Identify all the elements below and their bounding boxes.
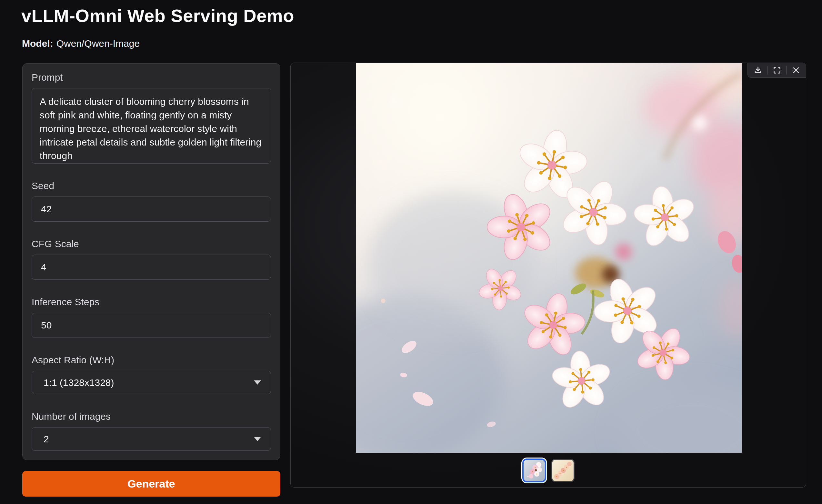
generated-image[interactable]: [356, 63, 742, 453]
image-toolbar: [748, 63, 806, 78]
prompt-input[interactable]: A delicate cluster of blooming cherry bl…: [32, 88, 271, 163]
aspect-ratio-field: Aspect Ratio (W:H) 1:1 (1328x1328): [32, 355, 271, 394]
seed-label: Seed: [32, 180, 271, 191]
inference-steps-field: Inference Steps: [32, 297, 271, 338]
thumbnail-result-2[interactable]: [551, 459, 574, 482]
aspect-ratio-value: 1:1 (1328x1328): [44, 377, 114, 388]
page-title: vLLM-Omni Web Serving Demo: [21, 5, 294, 26]
model-value: Qwen/Qwen-Image: [56, 38, 140, 49]
prompt-label: Prompt: [32, 72, 271, 83]
aspect-ratio-label: Aspect Ratio (W:H): [32, 355, 271, 366]
cfg-scale-field: CFG Scale: [32, 238, 271, 280]
download-icon: [754, 66, 762, 74]
num-images-select[interactable]: 2: [32, 427, 271, 451]
app-window: vLLM-Omni Web Serving Demo Model:Qwen/Qw…: [0, 0, 822, 504]
num-images-value: 2: [44, 434, 49, 445]
num-images-field: Number of images 2: [32, 411, 271, 451]
seed-input[interactable]: [32, 196, 271, 222]
chevron-down-icon: [254, 381, 261, 385]
cfg-scale-input[interactable]: [32, 255, 271, 280]
model-label: Model:: [22, 38, 53, 49]
chevron-down-icon: [254, 437, 261, 441]
image-viewer-panel: [290, 63, 806, 488]
fullscreen-button[interactable]: [769, 63, 784, 77]
fullscreen-icon: [773, 66, 781, 74]
seed-field: Seed: [32, 180, 271, 222]
close-button[interactable]: [788, 63, 803, 77]
inference-steps-label: Inference Steps: [32, 297, 271, 308]
inference-steps-input[interactable]: [32, 313, 271, 338]
generation-form-panel: Prompt A delicate cluster of blooming ch…: [22, 63, 280, 460]
toolbar-divider: [786, 66, 787, 74]
toolbar-divider: [767, 66, 768, 74]
download-button[interactable]: [750, 63, 765, 77]
generate-button[interactable]: Generate: [22, 471, 280, 497]
model-info: Model:Qwen/Qwen-Image: [22, 38, 140, 49]
thumbnail-strip: [291, 459, 806, 482]
aspect-ratio-select[interactable]: 1:1 (1328x1328): [32, 371, 271, 394]
thumbnail-result-1[interactable]: [522, 459, 546, 482]
close-icon: [792, 66, 800, 74]
cfg-scale-label: CFG Scale: [32, 238, 271, 249]
num-images-label: Number of images: [32, 411, 271, 422]
